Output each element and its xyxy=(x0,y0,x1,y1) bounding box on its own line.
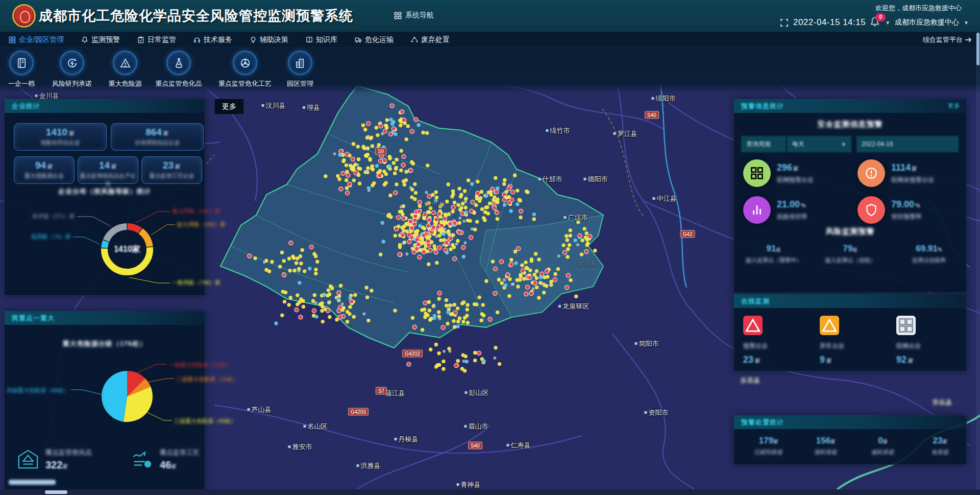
archive-icon xyxy=(9,51,34,75)
donut-label: 重大风险（141）家 xyxy=(172,207,220,215)
road-badge: S7 xyxy=(376,387,387,395)
nav-item-label: 危化运输 xyxy=(365,35,394,44)
scrollbar-thumb[interactable] xyxy=(976,33,979,65)
filter-date-input[interactable]: 2022-04-16 xyxy=(856,136,959,152)
notification-bell[interactable]: 0 xyxy=(870,17,880,28)
clipboard-icon xyxy=(137,36,144,43)
app-header: 成都市化工危险化学品安全风险管控监测预警系统 系统导航 欢迎您，成都市应急救援中… xyxy=(0,0,980,32)
stat-box[interactable]: 864家仅使用危化品企业 xyxy=(111,123,204,151)
filter-period-select[interactable]: 每天▼ xyxy=(787,136,851,152)
warehouse-icon xyxy=(17,448,39,473)
monitor-item[interactable]: 预警企业23家 xyxy=(743,316,810,365)
datetime-display: 2022-04-15 14:15 xyxy=(793,17,866,28)
subnav-item-label: 重点监管危化工艺 xyxy=(214,79,276,88)
subnav-item-1[interactable]: 风险研判承诺 xyxy=(41,51,103,88)
panel-title: 两重点一重大 xyxy=(12,314,55,323)
scrollbar-thumb[interactable] xyxy=(45,490,67,494)
nav-item-label: 企业/园区管理 xyxy=(19,35,64,44)
map-more-button[interactable]: 更多 xyxy=(214,99,244,114)
two-key-stat[interactable]: 重点监管危化品322家 xyxy=(17,448,92,473)
dashboard: 金川县汶川县理县北川羌族自治县安州区绵阳市绵竹市罗江县什邡市德阳市中江县广汉市彭… xyxy=(0,0,980,495)
donut-center-value: 1410家 xyxy=(114,244,140,255)
nav-item-6[interactable]: 危化运输 xyxy=(346,32,402,48)
leader-line xyxy=(77,217,111,226)
grid-icon xyxy=(9,36,16,43)
nav-item-1[interactable]: 监测预警 xyxy=(72,32,129,48)
chevron-down-icon[interactable]: ▼ xyxy=(885,20,890,26)
nav-item-3[interactable]: 技术服务 xyxy=(185,32,241,48)
leader-line xyxy=(136,211,170,223)
map-label: 理县 xyxy=(303,103,320,112)
two-key-stat[interactable]: 重点监管工艺46家 xyxy=(131,448,200,473)
map-label: 彭州市 xyxy=(424,200,444,209)
map-label: 广汉市 xyxy=(564,213,588,222)
monitor-point-stat: 69.91%监测点在线率 xyxy=(912,244,946,264)
leader-line xyxy=(71,390,102,394)
stat-box[interactable]: 23家重点监管工艺企业 xyxy=(141,156,202,184)
vertical-scrollbar[interactable] xyxy=(976,32,980,489)
road-badge: G42 xyxy=(680,230,695,238)
pie-label: 一级重大危险源（22处） xyxy=(169,361,231,369)
hazard-icon xyxy=(113,51,137,75)
monitor-item[interactable]: 联网企业92家 xyxy=(896,316,963,365)
map-label: 龙泉驿区 xyxy=(558,302,589,311)
donut-slice xyxy=(106,227,127,241)
pie-slice xyxy=(102,371,127,421)
monitor-point-stat: 91处接入监测点（预警中） xyxy=(746,244,802,264)
welcome-text: 欢迎您，成都市应急救援中心 xyxy=(875,4,962,13)
subnav-item-5[interactable]: 园区管理 xyxy=(270,51,331,88)
online-square-icon xyxy=(896,316,916,335)
more-link[interactable]: 更多 xyxy=(948,102,960,110)
map-label: 彭山区 xyxy=(465,388,489,397)
subnav-item-2[interactable]: 重大危险源 xyxy=(94,51,156,88)
stat-box[interactable]: 14家重点监管危化品生产企业 xyxy=(78,156,138,184)
hazard-pie-chart xyxy=(5,358,205,444)
nav-item-5[interactable]: 知识库 xyxy=(297,32,346,48)
map-label: 青神县 xyxy=(457,480,481,489)
panel-enterprise-stats: 企业统计 1410家危险化学品企业864家仅使用危化品企业 94家重大危险源企业… xyxy=(4,99,205,296)
pie-chart-title: 重大危险源分级（176处） xyxy=(5,339,205,348)
pie-label: 四级重大危险源（84处） xyxy=(7,387,69,394)
leader-line xyxy=(148,379,174,382)
radiation-icon xyxy=(233,51,257,75)
org-selector[interactable]: 成都市应急救援中心 xyxy=(895,18,959,27)
subnav-item-3[interactable]: 重点监管危化品 xyxy=(148,51,209,88)
stat-box[interactable]: 1410家危险化学品企业 xyxy=(14,123,107,151)
flask-icon xyxy=(166,51,191,75)
platform-link-label: 综合监管平台 xyxy=(923,35,963,44)
warning-circle-stat: 21.00%风险管控率 xyxy=(743,196,807,224)
road-badge: G4202 xyxy=(402,350,423,358)
panel-title: 企业统计 xyxy=(12,102,40,111)
map-label: 乐至县 xyxy=(741,376,761,385)
nav-item-0[interactable]: 企业/园区管理 xyxy=(0,32,72,48)
leader-line xyxy=(151,225,175,235)
system-nav-button[interactable]: 系统导航 xyxy=(394,11,434,20)
panel-warning-stats: 预警信息统计 更多 安全监测信息预警 查询周期 每天▼ 2022-04-16 2… xyxy=(733,99,967,292)
horizontal-scrollbar[interactable] xyxy=(0,489,980,495)
dispose-stat: 23家未承诺 xyxy=(932,436,949,456)
platform-link[interactable]: 综合监管平台 xyxy=(923,32,972,48)
panel-two-key-one-major: 两重点一重大 重大危险源分级（176处） 一级重大危险源（22处）二级重大危险源… xyxy=(4,311,205,491)
road-badge: S40 xyxy=(645,111,659,119)
map-label: 资阳市 xyxy=(645,408,669,417)
chevron-down-icon[interactable]: ▼ xyxy=(964,20,969,26)
donut-slice xyxy=(105,241,106,248)
subnav-item-4[interactable]: 重点监管危化工艺 xyxy=(214,51,276,88)
alert-square-icon xyxy=(743,316,763,335)
app-logo xyxy=(12,4,36,28)
nav-item-7[interactable]: 废弃处置 xyxy=(402,32,458,48)
map-label: 洪雅县 xyxy=(357,461,381,470)
filter-period-label: 查询周期 xyxy=(741,136,786,152)
leader-line xyxy=(73,237,100,244)
nav-item-4[interactable]: 辅助决策 xyxy=(241,32,297,48)
alert-icon xyxy=(857,159,885,187)
monitor-point-stat: 79处接入监测点（在线） xyxy=(825,244,876,264)
stat-box[interactable]: 94家重大危险源企业 xyxy=(14,156,75,184)
park-icon xyxy=(288,51,312,75)
map-label: 罗江县 xyxy=(614,129,638,138)
nav-item-2[interactable]: 日常监管 xyxy=(129,32,185,48)
flow-icon xyxy=(131,448,154,473)
map-label: 中江县 xyxy=(653,194,677,203)
monitor-item[interactable]: 异常企业9家 xyxy=(820,316,886,365)
fullscreen-icon[interactable] xyxy=(780,18,789,27)
